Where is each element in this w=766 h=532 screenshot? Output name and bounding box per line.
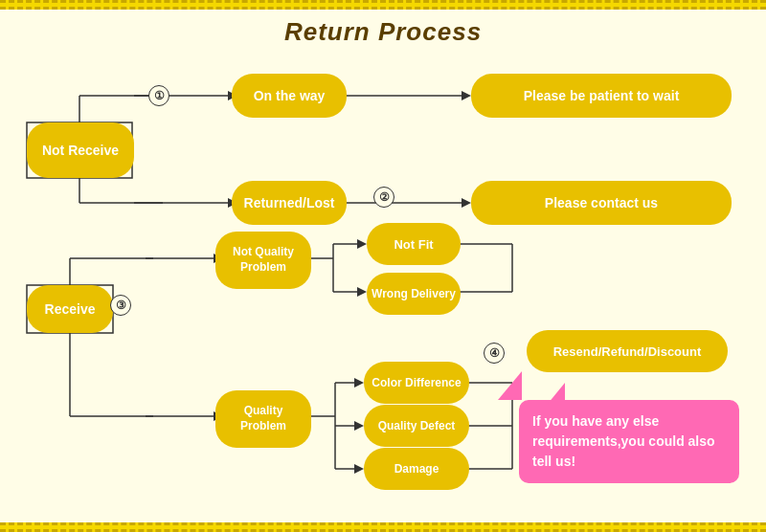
returned-lost-pill: Returned/Lost <box>232 181 347 225</box>
circle-2: ② <box>373 187 394 208</box>
color-difference-pill: Color Difference <box>364 362 469 404</box>
resend-pill: Resend/Refund/Discount <box>527 330 728 372</box>
svg-marker-36 <box>354 464 364 474</box>
svg-marker-26 <box>357 239 367 249</box>
not-receive-pill: Not Receive <box>27 122 134 178</box>
not-quality-problem-pill: Not Quality Problem <box>215 232 311 289</box>
quality-defect-pill: Quality Defect <box>364 405 469 447</box>
svg-marker-34 <box>354 421 364 431</box>
on-the-way-pill: On the way <box>232 74 347 118</box>
damage-pill: Damage <box>364 448 469 490</box>
bubble-arrow <box>498 371 536 400</box>
svg-marker-44 <box>498 371 522 400</box>
bottom-border <box>0 522 766 532</box>
svg-marker-32 <box>354 378 364 388</box>
svg-marker-11 <box>462 91 471 100</box>
please-wait-pill: Please be patient to wait <box>471 74 732 118</box>
not-fit-pill: Not Fit <box>367 223 461 265</box>
svg-marker-13 <box>462 198 471 208</box>
circle-3: ③ <box>110 295 131 316</box>
speech-bubble: If you have any else requirements,you co… <box>519 400 739 483</box>
wrong-delivery-pill: Wrong Delivery <box>367 273 461 315</box>
circle-4: ④ <box>484 343 505 364</box>
top-border <box>0 0 766 10</box>
svg-marker-28 <box>357 287 367 297</box>
receive-pill: Receive <box>27 285 113 333</box>
please-contact-pill: Please contact us <box>471 181 732 225</box>
quality-problem-pill: Quality Problem <box>215 390 311 448</box>
circle-1: ① <box>148 85 169 106</box>
